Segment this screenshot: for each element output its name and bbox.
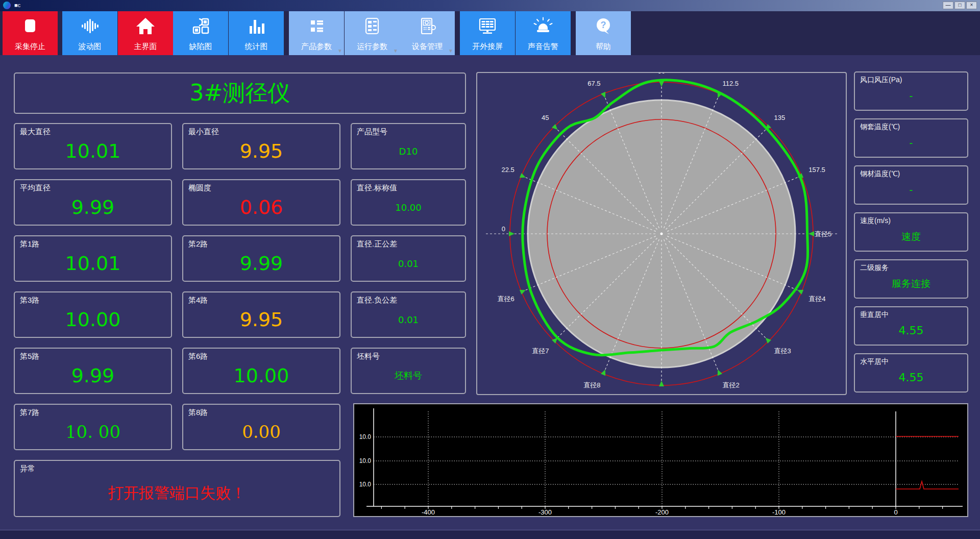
- svg-text:10.0: 10.0: [359, 433, 372, 440]
- svg-text:10.0: 10.0: [359, 457, 372, 464]
- dropdown-arrow-icon: ▼: [337, 48, 342, 54]
- svg-text:直径5: 直径5: [815, 230, 831, 238]
- metric-value: D10: [357, 137, 460, 165]
- close-button[interactable]: ×: [966, 2, 977, 9]
- app-window: ■c — □ × 采集停止 波动图: [0, 0, 980, 539]
- metric-value: 10.01: [20, 137, 166, 165]
- svg-text:-300: -300: [538, 508, 552, 516]
- metric-value: 9.99: [20, 193, 166, 222]
- svg-text:-100: -100: [772, 508, 786, 516]
- metric-negative-tolerance: 直径.负公差 0.01: [351, 291, 466, 338]
- metric-path-8: 第8路 0.00: [182, 404, 340, 450]
- status-value: 速度: [860, 226, 962, 248]
- svg-text:157.5: 157.5: [808, 166, 825, 174]
- bottom-bar: [0, 530, 980, 539]
- maximize-button[interactable]: □: [954, 2, 965, 9]
- metric-path-6: 第6路 10.00: [182, 348, 340, 394]
- metric-value: 10.01: [20, 249, 166, 278]
- metric-value: 9.95: [188, 305, 334, 334]
- svg-text:直径1: 直径1: [653, 394, 670, 394]
- metric-avg-diameter: 平均直径 9.99: [14, 179, 172, 226]
- wave-chart-button[interactable]: 波动图: [62, 11, 117, 55]
- toolbar: 采集停止 波动图 主界面: [0, 11, 980, 55]
- dropdown-arrow-icon: ▼: [393, 48, 398, 54]
- metric-value: 10. 00: [20, 418, 166, 446]
- main-screen-button[interactable]: 主界面: [118, 11, 173, 55]
- polar-profile-chart: 022.54567.590112.5135157.5直径5直径4直径3直径2直径…: [477, 73, 846, 394]
- run-params-icon: [345, 13, 400, 39]
- metric-path-4: 第4路 9.95: [182, 291, 340, 338]
- svg-text:-400: -400: [422, 508, 435, 516]
- status-air-pressure: 风口风压(Pa) -: [854, 71, 968, 111]
- svg-text:22.5: 22.5: [501, 166, 514, 174]
- metric-value: 9.99: [188, 249, 334, 278]
- gauge-title-box: 3#测径仪: [14, 72, 466, 114]
- status-sleeve-temp: 钢套温度(℃) -: [854, 118, 968, 158]
- external-screen-button[interactable]: 开外接屏: [460, 11, 515, 55]
- run-params-button[interactable]: 运行参数 ▼: [345, 11, 400, 55]
- svg-text:直径4: 直径4: [808, 295, 825, 303]
- metric-max-diameter: 最大直径 10.01: [14, 123, 172, 169]
- home-icon: [118, 13, 173, 39]
- svg-text:-200: -200: [655, 508, 669, 516]
- app-icon: [3, 2, 11, 9]
- metric-value: 0.01: [357, 305, 460, 334]
- status-value: 服务连接: [860, 273, 962, 295]
- product-params-icon: [289, 13, 344, 39]
- help-button[interactable]: ? 帮助: [576, 11, 631, 55]
- metric-value: 10.00: [188, 361, 334, 390]
- waveform-icon: [62, 13, 117, 39]
- metric-value: 10.00: [357, 193, 460, 222]
- svg-text:直径2: 直径2: [722, 381, 739, 389]
- status-value: -: [860, 179, 962, 201]
- svg-text:0: 0: [894, 508, 897, 516]
- stats-chart-button[interactable]: 统计图: [229, 11, 284, 55]
- window-title: ■c: [14, 2, 20, 8]
- product-params-button[interactable]: 产品参数 ▼: [289, 11, 344, 55]
- svg-text:67.5: 67.5: [587, 80, 600, 87]
- status-value: 4.55: [860, 366, 962, 388]
- stop-capture-button[interactable]: 采集停止: [3, 11, 58, 55]
- svg-text:112.5: 112.5: [722, 80, 739, 87]
- metric-product-model: 产品型号 D10: [351, 123, 466, 169]
- svg-text:?: ?: [601, 20, 606, 30]
- svg-text:10.0: 10.0: [359, 481, 372, 488]
- device-manage-button[interactable]: 设备管理 ▼: [400, 11, 455, 55]
- svg-text:直径7: 直径7: [532, 347, 549, 355]
- status-speed: 速度(m/s) 速度: [854, 212, 968, 252]
- defect-chart-button[interactable]: 缺陷图: [173, 11, 228, 55]
- dropdown-arrow-icon: ▼: [448, 48, 453, 54]
- sound-alarm-icon: [516, 13, 571, 39]
- sound-alarm-button[interactable]: 声音告警: [516, 11, 571, 55]
- metric-value: 坯料号: [357, 361, 460, 390]
- metric-value: 9.99: [20, 361, 166, 390]
- help-icon: ?: [576, 13, 631, 39]
- metric-ovality: 椭圆度 0.06: [182, 179, 340, 226]
- metric-path-7: 第7路 10. 00: [14, 404, 172, 450]
- metric-path-1: 第1路 10.01: [14, 235, 172, 282]
- status-value: -: [860, 85, 962, 107]
- svg-text:直径8: 直径8: [583, 381, 600, 389]
- svg-text:0: 0: [502, 225, 505, 233]
- page-title: 3#测径仪: [20, 77, 460, 110]
- svg-text:直径3: 直径3: [774, 347, 791, 355]
- external-screen-icon: [460, 13, 515, 39]
- metric-value: 0.06: [188, 193, 334, 222]
- status-steel-temp: 钢材温度(℃) -: [854, 165, 968, 205]
- trend-chart: 10.010.010.0-400-300-200-1000: [354, 404, 967, 516]
- status-value: -: [860, 132, 962, 154]
- alarm-box: 异常 打开报警端口失败！: [14, 460, 340, 517]
- svg-text:45: 45: [542, 114, 549, 121]
- metric-nominal-diameter: 直径.标称值 10.00: [351, 179, 466, 226]
- metric-billet-no: 坯料号 坯料号: [351, 348, 466, 394]
- minimize-button[interactable]: —: [943, 2, 953, 9]
- metric-path-3: 第3路 10.00: [14, 291, 172, 338]
- alarm-message: 打开报警端口失败！: [20, 474, 334, 513]
- svg-text:直径6: 直径6: [498, 295, 514, 303]
- metric-value: 9.95: [188, 137, 334, 165]
- svg-text:135: 135: [774, 114, 786, 121]
- metric-value: 0.01: [357, 249, 460, 278]
- stop-icon: [3, 13, 58, 39]
- device-manage-icon: [400, 13, 455, 39]
- bar-chart-icon: [229, 13, 284, 39]
